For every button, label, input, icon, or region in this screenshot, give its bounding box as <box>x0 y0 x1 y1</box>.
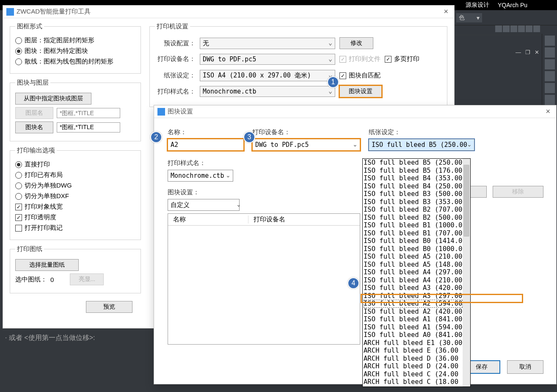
paper-option[interactable]: ISO full bleed A1 (841.00 <box>364 315 463 323</box>
layer-name-input[interactable] <box>57 108 120 118</box>
paper-option[interactable]: ARCH full bleed B (18.00 x <box>364 386 463 387</box>
close-icon[interactable]: × <box>543 107 553 116</box>
paper-option[interactable]: ISO full bleed B1 (1000.00 <box>364 221 463 229</box>
cancel-button[interactable]: 取消 <box>507 360 543 374</box>
paper-option[interactable]: ARCH full bleed C (24.00 x <box>364 370 463 378</box>
close-icon[interactable]: × <box>441 7 451 16</box>
paper-select[interactable]: ISO A4 (210.00 x 297.00 毫米) <box>200 70 335 81</box>
check-automatch[interactable] <box>339 72 346 79</box>
modify-button[interactable]: 修改 <box>339 37 373 49</box>
radio-block[interactable] <box>15 48 22 55</box>
check-lineweight[interactable] <box>15 204 22 210</box>
paper-option[interactable]: ISO full bleed A2 (420.00 <box>364 308 463 316</box>
paper-option[interactable]: ISO full bleed B3 (500.00 <box>364 190 463 198</box>
block-name-input[interactable] <box>168 139 244 151</box>
radio-scatter-row[interactable]: 散线：图框为线包围的封闭矩形 <box>15 58 135 66</box>
pick-block-layer-button[interactable]: 从图中指定图块或图层 <box>15 93 91 105</box>
remove-button[interactable]: 移除 <box>493 186 543 198</box>
block-name-button[interactable]: 图块名 <box>15 121 53 133</box>
device-select-value[interactable] <box>252 139 360 151</box>
check-plotstamp-row[interactable]: 打开打印戳记 <box>15 224 135 232</box>
radio-direct[interactable] <box>15 161 22 168</box>
check-plotstamp[interactable] <box>15 225 22 232</box>
tool-icon[interactable] <box>545 36 555 46</box>
menu-source-design[interactable]: 源泉设计 <box>466 1 489 9</box>
block-name-input[interactable] <box>57 122 120 133</box>
block-config-button[interactable]: 图块设置 <box>339 86 382 97</box>
device-select[interactable]: DWG to PDF.pc5 <box>200 54 335 65</box>
check-transparency-row[interactable]: 打印透明度 <box>15 213 135 221</box>
radio-block-row[interactable]: 图块：图框为特定图块 <box>15 47 135 55</box>
scrollbar-thumb[interactable] <box>463 165 469 237</box>
paper-option[interactable]: ISO full bleed B0 (1414.00 <box>364 237 463 245</box>
radio-layout[interactable] <box>15 172 22 179</box>
plotstyle-select[interactable]: Monochrome.ctb <box>200 86 335 97</box>
radio-layout-row[interactable]: 打印已有布局 <box>15 171 135 179</box>
radio-dwg[interactable] <box>15 182 22 189</box>
paper-option[interactable]: ISO full bleed B4 (353.00 <box>364 174 463 182</box>
ribbon-icon[interactable] <box>518 25 525 32</box>
ribbon-icon[interactable] <box>503 25 510 32</box>
tool-icon[interactable] <box>545 83 555 93</box>
radio-dwg-row[interactable]: 切分为单独DWG <box>15 182 135 190</box>
blockcfg-select-value[interactable] <box>168 199 240 211</box>
ribbon-icon[interactable] <box>495 25 502 32</box>
radio-layer[interactable] <box>15 37 22 44</box>
paper-option[interactable]: ARCH full bleed C (18.00 x <box>364 378 463 386</box>
device-select[interactable] <box>252 139 360 151</box>
radio-direct-row[interactable]: 直接打印 <box>15 160 135 168</box>
blockcfg-select[interactable] <box>168 199 244 211</box>
doc-max-icon[interactable]: ❐ <box>525 49 530 55</box>
dialog-titlebar[interactable]: ZWCAD智能批量打印工具 × <box>3 6 454 18</box>
paper-size-dropdown[interactable]: ISO full bleed B5 (250.00ISO full bleed … <box>362 158 471 387</box>
block-dialog-titlebar[interactable]: 图块设置 × <box>154 105 556 118</box>
paper-option[interactable]: ISO full bleed A1 (594.00 <box>364 323 463 331</box>
preset-select[interactable]: 无 <box>200 38 335 49</box>
paper-option[interactable]: ISO full bleed A4 (297.00 <box>364 268 463 276</box>
paper-option[interactable]: ISO full bleed B0 (1000.00 <box>364 245 463 253</box>
paper-option[interactable]: ARCH full bleed E1 (30.00 <box>364 339 463 347</box>
menu-yqarch[interactable]: YQArch Pu <box>498 2 527 8</box>
tool-icon[interactable] <box>545 47 555 58</box>
tool-icon[interactable] <box>545 59 555 69</box>
paper-select-value[interactable] <box>369 139 474 151</box>
ribbon-icon[interactable] <box>533 25 540 32</box>
dropdown-scrollbar[interactable] <box>463 159 470 386</box>
paper-option[interactable]: ARCH full bleed E (36.00 x <box>364 347 463 355</box>
pick-sheets-button[interactable]: 选择批量图纸 <box>15 259 79 271</box>
radio-layer-row[interactable]: 图层：指定图层封闭矩形 <box>15 36 135 44</box>
paper-option[interactable]: ISO full bleed B2 (707.00 <box>364 206 463 214</box>
paper-select[interactable] <box>369 139 474 151</box>
ribbon-icon[interactable] <box>510 25 517 32</box>
paper-option[interactable]: ISO full bleed A5 (148.00 <box>364 261 463 269</box>
radio-scatter[interactable] <box>15 58 22 65</box>
check-multipage-row[interactable]: 多页打印 <box>385 55 419 63</box>
paper-option[interactable]: ISO full bleed B5 (250.00 <box>364 159 463 167</box>
paper-option[interactable]: ISO full bleed B4 (250.00 <box>364 182 463 190</box>
check-lineweight-row[interactable]: 打印对象线宽 <box>15 203 135 211</box>
paper-size-list[interactable]: ISO full bleed B5 (250.00ISO full bleed … <box>363 159 463 386</box>
paper-option[interactable]: ISO full bleed A3 (420.00 <box>364 284 463 292</box>
tool-icon[interactable] <box>545 95 555 105</box>
paper-option[interactable]: ISO full bleed A2 (594.00 x 420.00 毫米) <box>364 300 463 308</box>
ribbon-icon[interactable] <box>526 25 532 32</box>
check-multipage[interactable] <box>385 56 392 63</box>
check-automatch-row[interactable]: 图块自匹配 <box>339 72 381 80</box>
radio-dxf-row[interactable]: 切分为单独DXF <box>15 192 135 200</box>
layer-color-dropdown[interactable]: 色▾ <box>456 13 482 22</box>
paper-option[interactable]: ISO full bleed B3 (353.00 <box>364 198 463 206</box>
doc-close-icon[interactable]: ✕ <box>535 49 539 55</box>
paper-option[interactable]: ISO full bleed A4 (210.00 <box>364 276 463 284</box>
paper-option[interactable]: ARCH full bleed D (24.00 x <box>364 362 463 370</box>
paper-option[interactable]: ISO full bleed A0 (841.00 <box>364 331 463 339</box>
check-transparency[interactable] <box>15 214 22 221</box>
radio-dxf[interactable] <box>15 193 22 200</box>
paper-option[interactable]: ISO full bleed A5 (210.00 <box>364 253 463 261</box>
block-list-table[interactable]: 名称 打印设备名 <box>168 213 360 345</box>
plotstyle-select[interactable] <box>168 170 233 182</box>
paper-option[interactable]: ARCH full bleed D (36.00 x <box>364 355 463 363</box>
paper-option[interactable]: ISO full bleed A3 (297.00 <box>364 292 463 300</box>
paper-option[interactable]: ISO full bleed B1 (707.00 <box>364 229 463 237</box>
paper-option[interactable]: ISO full bleed B2 (500.00 <box>364 214 463 222</box>
plotstyle-select-value[interactable] <box>168 170 233 182</box>
